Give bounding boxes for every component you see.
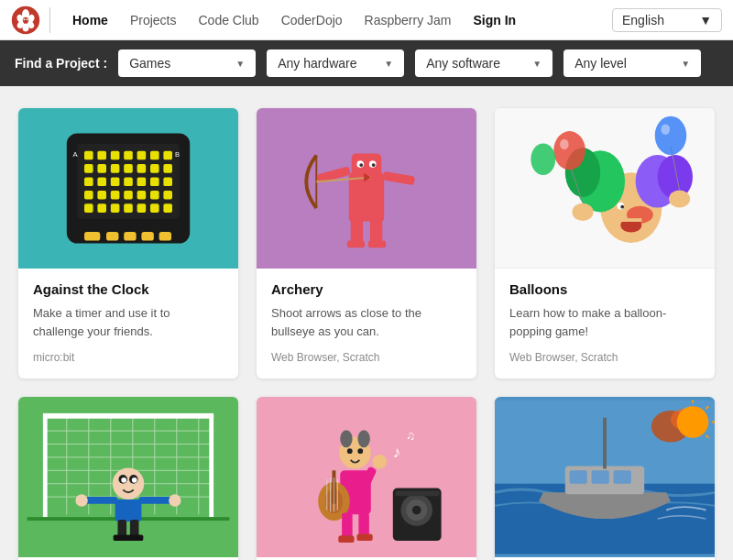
svg-rect-42 <box>111 203 120 213</box>
chevron-down-icon: ▼ <box>699 13 712 27</box>
svg-point-112 <box>132 478 137 483</box>
svg-rect-106 <box>43 413 213 419</box>
svg-point-157 <box>677 406 709 438</box>
filter-bar: Find a Project : Games ▼ Any hardware ▼ … <box>0 40 733 86</box>
svg-rect-60 <box>351 220 363 245</box>
svg-point-145 <box>373 455 387 468</box>
nav-coderdojo[interactable]: CoderDojo <box>272 7 352 33</box>
svg-rect-152 <box>592 470 609 483</box>
svg-rect-26 <box>84 178 93 187</box>
card-image <box>257 108 476 269</box>
nav-signin[interactable]: Sign In <box>465 7 526 33</box>
svg-rect-40 <box>84 203 93 213</box>
svg-text:A: A <box>73 150 79 159</box>
svg-rect-104 <box>43 416 48 517</box>
chevron-down-icon: ▼ <box>532 59 542 69</box>
card-tags: micro:bit <box>33 351 224 364</box>
svg-rect-43 <box>124 203 133 213</box>
svg-rect-33 <box>84 191 93 200</box>
svg-rect-21 <box>111 164 120 173</box>
card-image <box>495 108 715 269</box>
svg-rect-50 <box>106 232 118 241</box>
svg-rect-46 <box>163 203 172 213</box>
card-binary-hero[interactable]: ♪ ♫ Binary hero Score points by playing … <box>257 397 476 560</box>
svg-rect-19 <box>84 164 93 173</box>
svg-rect-36 <box>124 191 133 200</box>
svg-point-111 <box>121 478 126 483</box>
chevron-down-icon: ▼ <box>681 59 690 69</box>
svg-rect-25 <box>163 164 172 173</box>
svg-rect-44 <box>137 203 147 213</box>
svg-rect-34 <box>97 191 106 200</box>
svg-point-131 <box>347 448 353 454</box>
card-image <box>18 397 238 557</box>
software-dropdown[interactable]: Any software ▼ <box>415 49 552 77</box>
level-dropdown[interactable]: Any level ▼ <box>563 49 701 77</box>
category-value: Games <box>129 56 170 71</box>
nav-projects[interactable]: Projects <box>121 7 186 33</box>
card-image: A B <box>18 108 238 269</box>
svg-rect-114 <box>84 497 117 504</box>
nav-raspberryjam[interactable]: Raspberry Jam <box>356 7 461 33</box>
svg-rect-18 <box>163 151 172 160</box>
software-value: Any software <box>426 56 500 71</box>
svg-rect-142 <box>338 535 354 543</box>
svg-point-79 <box>572 203 593 221</box>
card-tags: Web Browser, Scratch <box>509 351 700 364</box>
card-archery[interactable]: Archery Shoot arrows as close to the bul… <box>257 108 476 379</box>
svg-point-7 <box>23 16 28 22</box>
svg-rect-105 <box>209 416 213 517</box>
svg-rect-22 <box>124 164 133 173</box>
svg-rect-31 <box>150 178 159 187</box>
svg-point-83 <box>553 131 585 170</box>
chevron-down-icon: ▼ <box>384 59 393 69</box>
svg-rect-113 <box>115 500 142 522</box>
svg-rect-52 <box>141 232 153 241</box>
svg-rect-126 <box>396 490 440 496</box>
svg-point-87 <box>661 124 670 135</box>
svg-rect-154 <box>603 418 607 469</box>
nav-codeclub[interactable]: Code Club <box>189 7 268 33</box>
card-balloons[interactable]: Balloons Learn how to make a balloon-pop… <box>495 108 715 379</box>
nav-home[interactable]: Home <box>63 7 117 33</box>
svg-rect-115 <box>139 497 172 504</box>
svg-rect-143 <box>356 533 372 541</box>
svg-rect-13 <box>97 151 106 160</box>
svg-rect-35 <box>111 191 120 200</box>
language-selector[interactable]: English ▼ <box>612 8 722 32</box>
svg-point-85 <box>531 144 555 176</box>
card-beat-the-goalie[interactable]: Beat the goalie How many goals can you s… <box>18 397 238 560</box>
svg-rect-65 <box>383 171 416 185</box>
svg-point-8 <box>23 18 25 20</box>
svg-rect-45 <box>150 203 159 213</box>
svg-rect-51 <box>124 232 136 241</box>
card-desc: Shoot arrows as close to the bullseye as… <box>271 304 462 340</box>
svg-rect-37 <box>137 191 147 200</box>
svg-rect-16 <box>137 151 147 160</box>
svg-rect-78 <box>620 218 641 222</box>
svg-rect-27 <box>97 178 106 187</box>
hardware-value: Any hardware <box>278 56 356 71</box>
svg-point-80 <box>669 190 690 207</box>
card-against-the-clock[interactable]: A B Against the Clock Make a timer and u… <box>18 108 238 379</box>
category-dropdown[interactable]: Games ▼ <box>118 49 256 77</box>
card-desc: Learn how to make a balloon-popping game… <box>509 304 700 340</box>
svg-point-132 <box>357 448 363 454</box>
card-tags: Web Browser, Scratch <box>271 351 462 364</box>
svg-rect-63 <box>368 241 386 248</box>
svg-rect-28 <box>111 178 120 187</box>
svg-point-58 <box>359 163 363 167</box>
language-label: English <box>622 13 664 27</box>
svg-point-84 <box>655 116 687 155</box>
svg-rect-55 <box>352 154 382 179</box>
card-image <box>495 397 715 557</box>
svg-point-129 <box>340 430 352 447</box>
card-boat-race[interactable]: Boat race Create a boat-racing game in <box>495 397 715 560</box>
svg-rect-32 <box>163 178 172 187</box>
svg-rect-12 <box>84 151 93 160</box>
svg-point-125 <box>412 506 421 515</box>
svg-point-9 <box>27 18 28 20</box>
hardware-dropdown[interactable]: Any hardware ▼ <box>267 49 404 77</box>
svg-rect-14 <box>111 151 120 160</box>
card-body: Balloons Learn how to make a balloon-pop… <box>495 269 715 379</box>
